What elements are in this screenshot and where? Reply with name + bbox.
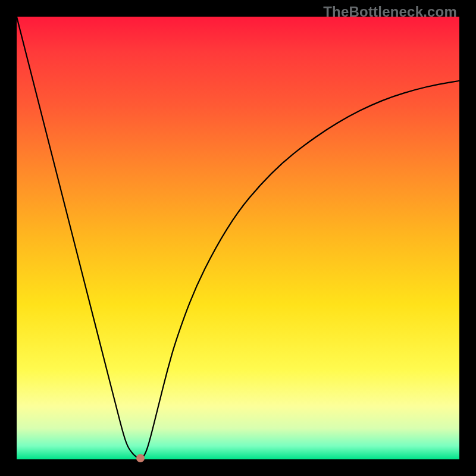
chart-frame: TheBottleneck.com <box>0 0 476 476</box>
plot-area <box>17 17 459 459</box>
watermark-label: TheBottleneck.com <box>323 4 457 20</box>
optimum-marker <box>136 454 145 462</box>
